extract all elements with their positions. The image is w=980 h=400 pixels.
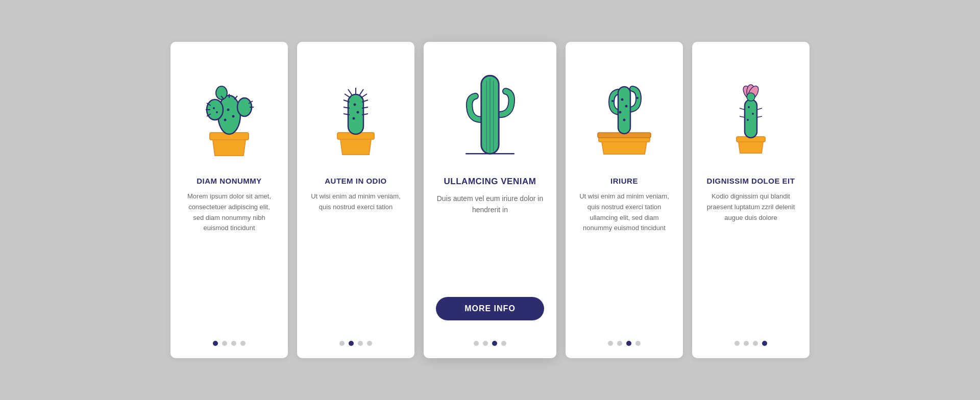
cactus-pot-tall-icon	[315, 61, 397, 163]
dot	[608, 341, 613, 346]
card-4-text: Ut wisi enim ad minim veniam, quis nostr…	[578, 191, 671, 332]
card-3-dots	[474, 332, 506, 346]
card-5-icon	[704, 56, 797, 168]
dot	[367, 341, 372, 346]
cactus-pot-wide-icon	[583, 61, 665, 163]
svg-point-15	[224, 119, 227, 121]
svg-line-23	[345, 94, 351, 98]
svg-line-59	[740, 116, 745, 117]
dot	[483, 341, 488, 346]
svg-line-24	[361, 94, 367, 98]
cactus-pot-flower-icon	[710, 61, 792, 163]
svg-point-14	[232, 115, 235, 118]
dot	[762, 341, 767, 346]
dot	[339, 341, 345, 346]
svg-line-21	[348, 89, 352, 95]
card-2-text: Ut wisi enim ad minim veniam, quis nostr…	[309, 191, 402, 332]
dot	[734, 341, 740, 346]
svg-point-45	[623, 119, 626, 121]
card-3: ULLAMCING VENIAM Duis autem vel eum iriu…	[424, 42, 556, 358]
card-4-icon	[578, 56, 671, 168]
dot	[240, 341, 246, 346]
svg-rect-41	[618, 87, 630, 134]
card-4-dots	[608, 332, 641, 346]
card-5: DIGNISSIM DOLOE EIT Kodio dignissim qui …	[692, 42, 810, 358]
svg-line-60	[757, 116, 762, 117]
svg-point-42	[621, 98, 624, 101]
more-info-button[interactable]: MORE INFO	[436, 297, 544, 320]
dot	[617, 341, 622, 346]
svg-point-3	[237, 98, 252, 116]
svg-point-16	[213, 107, 215, 109]
svg-point-13	[227, 109, 230, 111]
svg-point-53	[747, 93, 755, 101]
card-1: DIAM NONUMMY Morem ipsum dolor sit amet,…	[170, 42, 288, 358]
cactus-wild-icon	[444, 56, 536, 168]
dot	[501, 341, 506, 346]
card-3-icon	[436, 56, 544, 168]
card-4-title: IRIURE	[610, 177, 638, 185]
card-3-text: Duis autem vel eum iriure dolor in hendr…	[436, 193, 544, 288]
svg-point-33	[353, 117, 355, 120]
dot	[222, 341, 227, 346]
card-2: AUTEM IN ODIO Ut wisi enim ad minim veni…	[297, 42, 414, 358]
dot	[635, 341, 641, 346]
card-1-dots	[213, 332, 246, 346]
svg-line-58	[757, 108, 762, 110]
cactus-pot-round-icon	[188, 61, 270, 163]
card-1-text: Morem ipsum dolor sit amet, consectetuer…	[183, 191, 276, 332]
svg-rect-49	[745, 99, 757, 138]
svg-point-32	[357, 111, 359, 114]
card-4: IRIURE Ut wisi enim ad minim veniam, qui…	[566, 42, 683, 358]
dot	[744, 341, 749, 346]
svg-point-44	[619, 111, 622, 114]
dot	[213, 341, 218, 346]
card-3-title: ULLAMCING VENIAM	[444, 177, 536, 187]
dot	[753, 341, 758, 346]
dot	[231, 341, 236, 346]
svg-point-17	[216, 111, 218, 113]
card-1-title: DIAM NONUMMY	[197, 177, 262, 185]
dot	[474, 341, 479, 346]
card-5-text: Kodio dignissim qui blandit praesent lup…	[704, 191, 797, 332]
card-5-title: DIGNISSIM DOLOE EIT	[707, 177, 795, 185]
svg-point-46	[611, 100, 614, 102]
svg-point-55	[752, 113, 754, 115]
dot	[349, 341, 354, 346]
svg-point-47	[636, 97, 639, 99]
card-2-title: AUTEM IN ODIO	[325, 177, 387, 185]
svg-point-56	[747, 119, 749, 121]
card-2-icon	[309, 56, 402, 168]
svg-line-22	[359, 89, 363, 95]
dot	[358, 341, 363, 346]
cards-container: DIAM NONUMMY Morem ipsum dolor sit amet,…	[140, 21, 840, 379]
card-1-icon	[183, 56, 276, 168]
svg-point-43	[625, 105, 628, 108]
card-2-dots	[339, 332, 372, 346]
svg-point-54	[748, 106, 750, 108]
svg-rect-19	[348, 94, 363, 134]
dot	[492, 341, 497, 346]
dot	[626, 341, 631, 346]
svg-point-31	[354, 104, 356, 106]
svg-point-4	[216, 86, 227, 99]
card-5-dots	[734, 332, 767, 346]
svg-line-57	[740, 108, 745, 110]
